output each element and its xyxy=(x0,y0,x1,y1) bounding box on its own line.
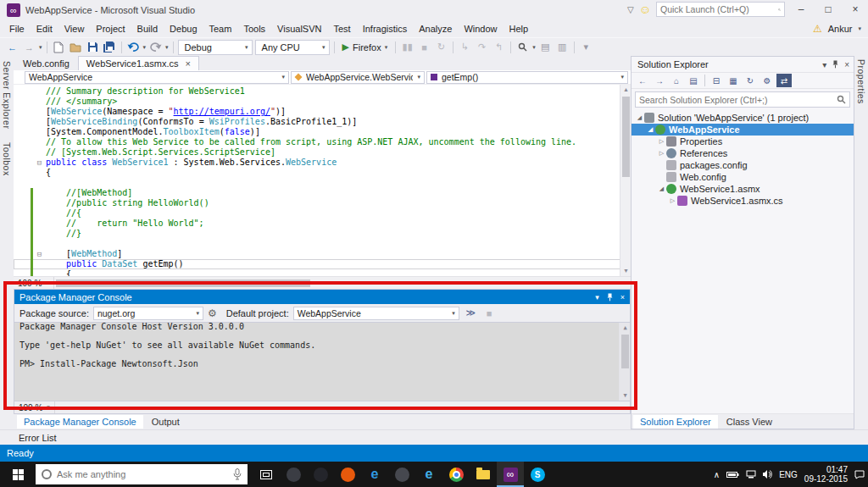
forward-icon[interactable]: → xyxy=(652,74,667,87)
package-source-dropdown[interactable]: nuget.org ▾ xyxy=(93,307,203,320)
solution-configurations-dropdown[interactable]: Debug ▾ xyxy=(178,40,253,55)
tab-solution-explorer[interactable]: Solution Explorer xyxy=(633,415,718,429)
back-icon[interactable]: ← xyxy=(635,74,650,87)
pin-icon[interactable] xyxy=(606,293,614,302)
input-language-indicator[interactable]: ENG xyxy=(779,470,798,479)
member-dropdown[interactable]: getEmp() ▾ xyxy=(426,71,628,84)
tree-expander-icon[interactable]: ▷ xyxy=(657,138,666,145)
scroll-up-icon[interactable]: ▲ xyxy=(620,323,630,333)
editor-vertical-scrollbar[interactable]: ▲ ▼ xyxy=(620,85,631,276)
tab-package-manager-console[interactable]: Package Manager Console xyxy=(17,415,143,429)
tree-item-webservice1-asmx-cs[interactable]: ▷WebService1.asmx.cs xyxy=(632,195,854,207)
edge-icon[interactable]: e xyxy=(361,462,388,487)
fold-margin-icon[interactable]: ⊟ xyxy=(33,158,46,168)
skype-icon[interactable]: S xyxy=(524,462,551,487)
start-button[interactable] xyxy=(0,462,36,487)
tree-expander-icon[interactable]: ◢ xyxy=(657,185,666,192)
show-hidden-icons-chevron[interactable]: ∧ xyxy=(714,470,720,479)
restart-icon[interactable]: ↻ xyxy=(434,40,448,55)
scrollbar-thumb[interactable] xyxy=(56,279,310,287)
switch-views-icon[interactable]: ▤ xyxy=(686,74,701,87)
pin-icon[interactable] xyxy=(832,60,839,69)
breakpoint-margin[interactable] xyxy=(14,137,31,147)
task-view-icon[interactable] xyxy=(253,462,280,487)
type-dropdown[interactable]: WebAppService.WebService1 ▾ xyxy=(291,71,425,84)
navigate-back-icon[interactable]: ← xyxy=(5,40,19,55)
step-out-icon[interactable]: ↰ xyxy=(492,40,506,55)
home-icon[interactable]: ⌂ xyxy=(669,74,684,87)
default-project-dropdown[interactable]: WebAppService ▾ xyxy=(293,307,459,320)
terminal-app-icon[interactable] xyxy=(388,462,415,487)
menu-build[interactable]: Build xyxy=(131,22,164,36)
error-list-collapsed-bar[interactable]: Error List xyxy=(0,429,868,445)
tree-item-solution-webappservice-1-project[interactable]: ◢Solution 'WebAppService' (1 project) xyxy=(632,112,854,124)
menu-project[interactable]: Project xyxy=(90,22,131,36)
tab-web-config[interactable]: Web.config xyxy=(15,56,77,70)
chevron-down-icon[interactable]: ▾ xyxy=(858,25,861,32)
tree-expander-icon[interactable]: ◢ xyxy=(635,114,644,121)
toolbar-options-icon[interactable]: ▾ xyxy=(579,40,593,55)
breakpoint-margin[interactable] xyxy=(14,269,31,276)
chevron-down-icon[interactable]: ▾ xyxy=(532,44,536,51)
breakpoint-margin[interactable] xyxy=(14,188,31,198)
quick-launch-input[interactable] xyxy=(660,4,775,14)
breakpoint-margin[interactable] xyxy=(14,239,31,249)
properties-tab[interactable]: Properties xyxy=(856,59,866,104)
notifications-flag-icon[interactable]: ▽ xyxy=(627,5,634,14)
editor-zoom-dropdown[interactable]: 100 % ▾ xyxy=(14,277,54,290)
visual-studio-icon[interactable]: ∞ xyxy=(497,462,524,487)
breakpoint-margin[interactable] xyxy=(14,117,31,127)
menu-test[interactable]: Test xyxy=(327,22,356,36)
breakpoint-margin[interactable] xyxy=(14,158,31,168)
menu-team[interactable]: Team xyxy=(203,22,238,36)
tab-class-view[interactable]: Class View xyxy=(720,415,779,429)
properties-icon[interactable]: ⚙ xyxy=(760,74,775,87)
clear-console-icon[interactable]: ≫ xyxy=(464,306,478,321)
solution-platforms-dropdown[interactable]: Any CPU ▾ xyxy=(255,40,330,55)
tree-item-web-config[interactable]: Web.config xyxy=(632,171,854,183)
breakpoint-margin[interactable] xyxy=(14,219,31,229)
breakpoint-margin[interactable] xyxy=(14,168,31,178)
console-zoom-dropdown[interactable]: 100 % ▾ xyxy=(14,401,55,413)
scrollbar-thumb[interactable] xyxy=(622,97,630,177)
close-icon[interactable]: × xyxy=(185,59,190,68)
network-icon[interactable] xyxy=(746,470,756,479)
chevron-down-icon[interactable]: ▾ xyxy=(39,44,42,51)
comment-out-icon[interactable]: ▤ xyxy=(538,40,553,55)
navigate-forward-icon[interactable]: → xyxy=(22,40,36,55)
console-vertical-scrollbar[interactable]: ▲ ▼ xyxy=(619,323,630,401)
package-source-settings-icon[interactable]: ⚙ xyxy=(208,307,217,319)
menu-tools[interactable]: Tools xyxy=(237,22,271,36)
scroll-up-icon[interactable]: ▲ xyxy=(620,85,631,95)
toolbox-tab[interactable]: Toolbox xyxy=(2,142,12,176)
menu-infragistics[interactable]: Infragistics xyxy=(357,22,414,36)
fold-margin-icon[interactable]: ⊟ xyxy=(33,249,46,259)
new-file-icon[interactable] xyxy=(52,40,66,55)
breakpoint-margin[interactable] xyxy=(14,178,31,188)
dark-app-icon-2[interactable] xyxy=(307,462,334,487)
chrome-icon[interactable] xyxy=(442,462,470,487)
sync-with-active-document-icon[interactable]: ⇄ xyxy=(776,74,792,87)
menu-visualsvn[interactable]: VisualSVN xyxy=(271,22,327,36)
open-file-icon[interactable] xyxy=(69,40,83,55)
find-in-files-icon[interactable] xyxy=(515,40,530,55)
action-center-icon[interactable] xyxy=(854,470,865,479)
project-dropdown[interactable]: WebAppService ▾ xyxy=(25,71,289,84)
solution-explorer-search-box[interactable] xyxy=(635,91,850,108)
breakpoint-margin[interactable] xyxy=(14,147,31,158)
solution-explorer-titlebar[interactable]: Solution Explorer ▾ × xyxy=(632,57,854,72)
window-position-icon[interactable]: ▾ xyxy=(822,60,826,69)
step-into-icon[interactable]: ↳ xyxy=(458,40,472,55)
chevron-down-icon[interactable]: ▾ xyxy=(165,44,169,51)
menu-analyze[interactable]: Analyze xyxy=(413,22,458,36)
tree-expander-icon[interactable]: ▷ xyxy=(657,150,666,157)
editor-horizontal-scrollbar[interactable] xyxy=(54,277,631,289)
start-debugging-button[interactable]: ▶ Firefox ▾ xyxy=(339,42,392,53)
console-output-area[interactable]: Package Manager Console Host Version 3.0… xyxy=(14,322,630,401)
firefox-icon[interactable] xyxy=(334,462,361,487)
refresh-icon[interactable]: ↻ xyxy=(743,74,758,87)
menu-window[interactable]: Window xyxy=(458,22,503,36)
save-all-icon[interactable] xyxy=(103,40,117,55)
menu-edit[interactable]: Edit xyxy=(31,22,58,36)
taskbar-clock[interactable]: 01:47 09-12-2015 xyxy=(804,465,848,484)
